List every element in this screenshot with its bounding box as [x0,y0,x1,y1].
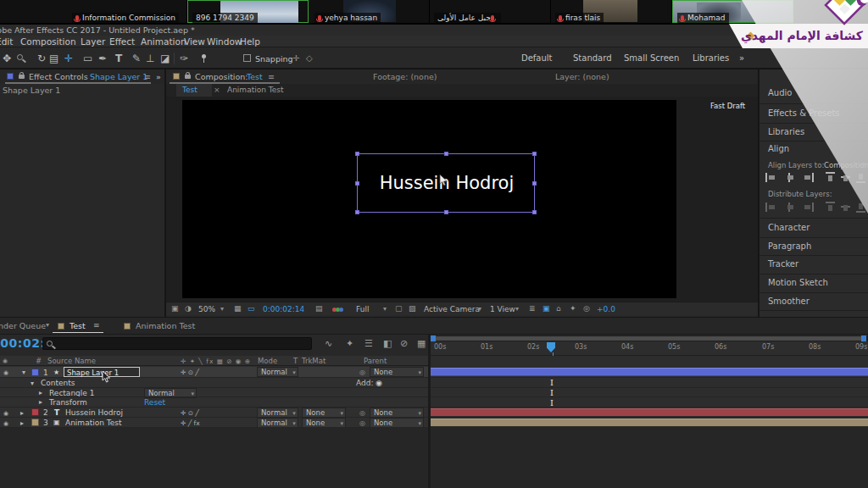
tab-timeline-test[interactable]: Test [70,321,86,330]
layer-color-chip[interactable] [31,369,39,376]
graph-editor-icon[interactable]: ▦ [417,339,426,348]
region-of-interest-icon[interactable]: ▭ [248,305,255,313]
menu-item-edit[interactable]: Edit [0,36,13,47]
align-left-button[interactable] [765,173,776,182]
exposure-value[interactable]: +0.0 [597,305,615,314]
distribute-left-button[interactable] [826,202,835,213]
zoom-tool[interactable] [17,54,23,60]
playhead-marker[interactable] [547,342,555,352]
magnification-caret-icon[interactable]: ▾ [220,305,224,313]
puppet-pin-tool[interactable] [202,54,206,58]
lens-blur-icon[interactable]: ◎ [583,305,590,313]
tab-footage[interactable]: Footage: (none) [373,72,437,81]
distribute-v-center-button[interactable] [784,202,795,212]
layer-switches[interactable]: ✛ ⊙ ╱ [181,369,199,376]
view-layout-value[interactable]: 1 View [490,305,515,314]
frame-blending-icon[interactable]: ◧ [383,339,392,348]
workspace-overflow-button[interactable]: » [739,53,744,64]
panel-header-motion-sketch[interactable]: Motion Sketch [768,278,828,288]
workspace-default[interactable]: Default [521,53,553,64]
panel-header-audio[interactable]: Audio [768,88,792,98]
mode-select[interactable]: Normal [257,367,298,377]
timeline-h-scrollbar[interactable] [431,336,868,341]
clone-stamp-tool[interactable]: ⊥ [146,53,154,64]
snapshot-icon[interactable]: ▤ [315,305,323,313]
layer-bar-text[interactable] [431,408,868,416]
selection-handle[interactable] [355,152,359,156]
viewer-tab-test[interactable]: Test [182,86,198,95]
panel-header-align[interactable]: Align [768,144,789,154]
selection-handle[interactable] [444,210,448,214]
column-source-name[interactable]: Source Name [47,357,96,365]
roto-brush-tool[interactable]: ✑ [180,53,188,64]
menu-item-window[interactable]: Window [207,36,242,47]
twirl-open-icon[interactable]: ▾ [22,369,25,377]
workspace-libraries[interactable]: Libraries [693,53,729,64]
menu-item-composition[interactable]: Composition [20,36,76,47]
mask-visibility-icon[interactable]: ◑ [185,305,192,313]
workspace-small-screen[interactable]: Small Screen [624,53,679,64]
comp-timecode[interactable]: 0:00:02:14 [263,305,304,314]
stage-light-icon[interactable]: ⌂ [556,305,561,313]
resolution-value[interactable]: Full [356,305,369,314]
selection-handle[interactable] [532,152,537,156]
distribute-bottom-button[interactable] [803,202,814,212]
column-trkmat[interactable]: TrkMat [302,357,326,365]
viewer-tab-animation-test[interactable]: Animation Test [227,86,283,95]
panel-header-paragraph[interactable]: Paragraph [768,241,811,252]
pan-behind-tool[interactable]: ✛ [64,53,73,64]
rectangle-tool[interactable]: ▭ [83,53,92,64]
layer-switches[interactable]: ✛ ╱ fx [181,419,200,427]
work-area-start-marker[interactable] [431,336,436,341]
selection-handle[interactable] [355,181,359,186]
column-mode[interactable]: Mode [258,357,277,365]
type-tool[interactable]: T [115,53,122,64]
eraser-tool[interactable]: ◪ [160,53,170,64]
column-parent[interactable]: Parent [364,357,387,365]
parent-pickwhip-icon[interactable]: ◎ [359,369,365,377]
selection-handle[interactable] [444,152,448,156]
motion-blur-icon[interactable]: ⊘ [400,339,408,348]
work-area-end-marker[interactable] [861,336,866,341]
menu-item-layer[interactable]: Layer [81,36,105,47]
resolution-caret-icon[interactable]: ▾ [383,305,387,313]
hide-shy-layers-icon[interactable]: ☰ [364,339,373,348]
time-ruler[interactable]: 00s 01s 02s 03s 04s 05s 06s 07s 08s 09s [431,341,868,356]
keyframe-ibeam[interactable]: I [550,389,554,397]
tab-effect-controls[interactable]: Effect Controls [29,72,88,81]
menu-item-effect[interactable]: Effect [109,36,135,47]
show-channel-icon[interactable] [332,308,346,313]
panel-menu-icon[interactable]: ≡ [268,72,275,81]
scrollbar-thumb[interactable] [436,336,861,341]
tab-composition-target[interactable]: Test [247,72,263,81]
rotate-tool[interactable]: ↻ [37,53,46,64]
draft-3d-icon[interactable]: ✦ [346,339,353,348]
grid-guides-icon[interactable]: ▦ [234,305,242,313]
hand-tool[interactable]: ✥ [3,53,11,64]
layer-bar-shape[interactable] [431,368,868,376]
workspace-standard[interactable]: Standard [573,53,612,64]
twirl-closed-icon[interactable]: ▸ [39,398,42,407]
fast-draft-icon[interactable]: ▣ [542,305,550,313]
tab-caret-icon[interactable]: ▾ [46,321,49,330]
tab-timeline-animation-test[interactable]: Animation Test [136,321,195,330]
brush-tool[interactable]: ✎ [132,53,141,64]
camera-caret-icon[interactable]: ▾ [478,305,481,313]
parent-select[interactable]: None [370,367,424,377]
comp-canvas[interactable]: Hussein Hodroj [182,100,676,298]
distribute-h-center-button[interactable] [841,202,850,213]
align-h-center-button[interactable] [784,173,795,182]
align-right-button[interactable] [803,173,814,182]
tab-composition[interactable]: Composition: [195,72,248,81]
text-layer-selection-box[interactable]: Hussein Hodroj [357,153,535,213]
align-top-button[interactable] [826,172,835,183]
comp-flowchart-icon[interactable]: ∿ [325,339,332,348]
camera-view-value[interactable]: Active Camera [424,305,480,314]
panel-menu-icon[interactable]: ≡ [144,72,151,81]
tab-render-queue[interactable]: Render Queue [0,321,46,330]
eye-icon[interactable]: ◉ [3,369,8,376]
panel-expand-button[interactable]: » [156,72,161,81]
timeline-splitter[interactable] [428,335,431,488]
layer-bar-precomp[interactable] [431,419,868,426]
selection-handle[interactable] [532,210,537,214]
